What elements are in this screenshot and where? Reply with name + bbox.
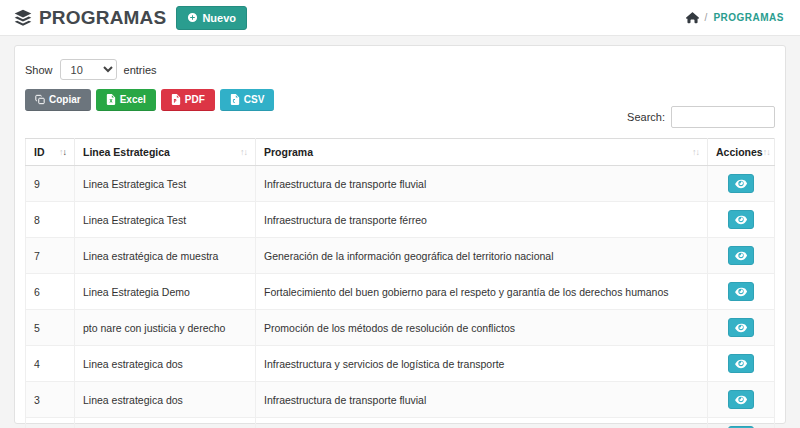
table-row: 2 Linea estrategica dos Infraestructura … (26, 418, 775, 428)
new-button-label: Nuevo (202, 12, 236, 24)
table-row: 8 Linea Estrategica Test Infraestructura… (26, 202, 775, 238)
cell-acciones (708, 382, 775, 418)
cell-id: 2 (26, 418, 75, 428)
column-header-programa[interactable]: Programa ↑↓ (256, 139, 708, 166)
view-button[interactable] (728, 390, 754, 409)
cell-programa: Infraestructura de transporte férreo (256, 202, 708, 238)
cell-acciones (708, 274, 775, 310)
column-header-label: Programa (264, 146, 313, 158)
column-header-linea[interactable]: Linea Estrategica ↑↓ (75, 139, 256, 166)
table-row: 7 Linea estratégica de muestra Generació… (26, 238, 775, 274)
view-button[interactable] (728, 318, 754, 337)
table-row: 6 Linea Estrategia Demo Fortalecimiento … (26, 274, 775, 310)
cell-acciones (708, 310, 775, 346)
table-length-control: Show 10 entries (25, 59, 775, 80)
table-body: 9 Linea Estrategica Test Infraestructura… (26, 166, 775, 428)
cell-id: 9 (26, 166, 75, 202)
eye-icon (735, 286, 747, 297)
copy-button[interactable]: Copiar (25, 89, 91, 111)
view-button[interactable] (728, 174, 754, 193)
file-excel-icon (106, 94, 116, 105)
cell-id: 6 (26, 274, 75, 310)
eye-icon (735, 394, 747, 405)
content-card: Show 10 entries Copiar Excel PDF (14, 45, 786, 424)
csv-button-label: CSV (244, 94, 265, 105)
cell-programa: Generación de la información geográfica … (256, 238, 708, 274)
eye-icon (735, 178, 747, 189)
table-row: 5 pto nare con justicia y derecho Promoc… (26, 310, 775, 346)
cell-id: 5 (26, 310, 75, 346)
column-header-acciones[interactable]: Acciones ↑↓ (708, 139, 775, 166)
column-header-label: Linea Estrategica (83, 146, 170, 158)
column-header-label: ID (34, 146, 45, 158)
home-icon[interactable] (686, 12, 699, 24)
breadcrumb-current: PROGRAMAS (713, 12, 784, 23)
cell-linea-estrategica: pto nare con justicia y derecho (75, 310, 256, 346)
layers-icon (13, 8, 33, 28)
cell-acciones (708, 346, 775, 382)
search-input[interactable] (671, 106, 775, 128)
view-button[interactable] (728, 246, 754, 265)
page-title: PROGRAMAS (39, 7, 166, 29)
view-button[interactable] (728, 282, 754, 301)
cell-acciones (708, 202, 775, 238)
top-navbar: PROGRAMAS Nuevo / PROGRAMAS (0, 0, 800, 36)
cell-linea-estrategica: Linea Estrategica Test (75, 166, 256, 202)
cell-linea-estrategica: Linea estratégica de muestra (75, 238, 256, 274)
cell-id: 7 (26, 238, 75, 274)
breadcrumb-separator: / (705, 12, 708, 23)
cell-acciones (708, 418, 775, 428)
copy-button-label: Copiar (49, 94, 81, 105)
cell-programa: Infraestructura de transporte fluvial (256, 382, 708, 418)
sort-icon: ↑↓ (692, 147, 699, 157)
column-header-id[interactable]: ID ↑↓ (26, 139, 75, 166)
show-label: Show (25, 64, 53, 76)
search-label: Search: (627, 111, 665, 123)
table-row: 9 Linea Estrategica Test Infraestructura… (26, 166, 775, 202)
cell-linea-estrategica: Linea estrategica dos (75, 418, 256, 428)
file-csv-icon (230, 94, 240, 105)
table-row: 4 Linea estrategica dos Infraestructura … (26, 346, 775, 382)
excel-button-label: Excel (120, 94, 146, 105)
breadcrumb: / PROGRAMAS (686, 12, 784, 24)
cell-acciones (708, 166, 775, 202)
eye-icon (735, 250, 747, 261)
cell-acciones (708, 238, 775, 274)
brand: PROGRAMAS (13, 7, 166, 29)
programs-table: ID ↑↓ Linea Estrategica ↑↓ Programa ↑↓ (25, 138, 775, 428)
eye-icon (735, 214, 747, 225)
view-button[interactable] (728, 210, 754, 229)
cell-linea-estrategica: Linea estrategica dos (75, 346, 256, 382)
file-pdf-icon (171, 94, 181, 105)
column-header-label: Acciones (716, 146, 763, 158)
pdf-button-label: PDF (185, 94, 205, 105)
plus-circle-icon (187, 12, 198, 23)
cell-programa: Infraestructura y servicios de logística… (256, 346, 708, 382)
cell-linea-estrategica: Linea Estrategica Test (75, 202, 256, 238)
cell-id: 8 (26, 202, 75, 238)
page-size-select[interactable]: 10 (60, 59, 117, 80)
sort-icon: ↑↓ (763, 147, 770, 157)
cell-id: 4 (26, 346, 75, 382)
cell-linea-estrategica: Linea estrategica dos (75, 382, 256, 418)
table-header-row: ID ↑↓ Linea Estrategica ↑↓ Programa ↑↓ (26, 139, 775, 166)
pdf-button[interactable]: PDF (161, 89, 215, 111)
sort-icon: ↑↓ (59, 147, 66, 157)
cell-programa: Fortalecimiento del buen gobierno para e… (256, 274, 708, 310)
table-row: 3 Linea estrategica dos Infraestructura … (26, 382, 775, 418)
excel-button[interactable]: Excel (96, 89, 156, 111)
view-button[interactable] (728, 354, 754, 373)
cell-programa: Infraestructura de transporte fluvial (256, 166, 708, 202)
cell-id: 3 (26, 382, 75, 418)
cell-linea-estrategica: Linea Estrategia Demo (75, 274, 256, 310)
eye-icon (735, 358, 747, 369)
cell-programa: Infraestructura de transporte férreo (256, 418, 708, 428)
cell-programa: Promoción de los métodos de resolución d… (256, 310, 708, 346)
new-button[interactable]: Nuevo (176, 6, 247, 30)
eye-icon (735, 322, 747, 333)
entries-label: entries (124, 64, 157, 76)
csv-button[interactable]: CSV (220, 89, 275, 111)
copy-icon (35, 94, 45, 105)
sort-icon: ↑↓ (240, 147, 247, 157)
